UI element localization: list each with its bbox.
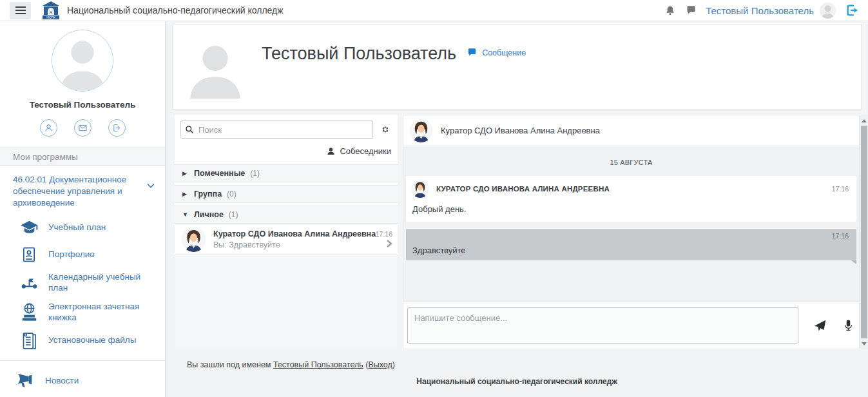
- header-avatar[interactable]: [820, 3, 836, 19]
- send-message-button[interactable]: [813, 318, 827, 333]
- message-text: Здравствуйте: [412, 246, 849, 255]
- chat-message-area: 15 АВГУСТА КУРАТОР СДО ИВАНОВА АЛИНА АНД…: [403, 146, 859, 302]
- contacts-column: Собеседники ▶ Помеченные (1) ▶ Группа (0…: [175, 115, 398, 349]
- sidebar-item-label: Установочные файлы: [48, 335, 136, 346]
- search-row: [175, 115, 398, 142]
- sidebar-item-news[interactable]: Новости: [0, 360, 165, 397]
- globe-books-icon: [19, 303, 39, 322]
- logout-icon[interactable]: [108, 119, 126, 137]
- conversation-meta: 17:16: [376, 230, 392, 248]
- sidebar: Тестовый Пользователь Мои программы 46.0…: [0, 21, 166, 397]
- conversation-list-item[interactable]: Куратор СДО Иванова Алина Андреевна Вы: …: [175, 224, 398, 255]
- search-input[interactable]: [198, 125, 369, 135]
- person-icon: [327, 147, 335, 155]
- header-logout-icon[interactable]: [845, 3, 860, 17]
- profile-icon[interactable]: [40, 119, 57, 137]
- group-count: (1): [250, 169, 260, 178]
- sidebar-item-label: Электронная зачетная книжка: [48, 302, 160, 324]
- milestones-icon: [19, 273, 39, 293]
- sidebar-avatar[interactable]: [52, 30, 113, 92]
- expand-arrow-icon: ▼: [182, 211, 189, 218]
- mail-icon[interactable]: [74, 119, 92, 137]
- microphone-icon: [844, 319, 853, 333]
- sidebar-item-portfolio[interactable]: Портфолио: [0, 241, 165, 268]
- contact-avatar: [181, 227, 206, 252]
- group-label: Помеченные: [194, 169, 245, 178]
- logged-in-user-link[interactable]: Тестовый Пользователь: [273, 360, 363, 369]
- megaphone-icon: [13, 369, 36, 392]
- outgoing-message: 17:16 Здравствуйте: [406, 229, 856, 260]
- chevron-down-icon: [147, 183, 155, 188]
- chat-partner-name: Куратор СДО Иванова Алина Андреевна: [441, 126, 600, 135]
- group-count: (0): [227, 189, 236, 198]
- group-label: Личное: [194, 210, 224, 219]
- header-user-name[interactable]: Тестовый Пользователь: [706, 5, 814, 16]
- scroll-up-arrow-icon[interactable]: [860, 116, 868, 125]
- incoming-message: КУРАТОР СДО ИВАНОВА АЛИНА АНДРЕЕВНА 17:1…: [406, 176, 856, 222]
- messages-bubble-icon[interactable]: [685, 5, 697, 16]
- sidebar-item-label: Новости: [45, 376, 79, 385]
- sidebar-item-calendar-plan[interactable]: Календарный учебный план: [0, 268, 165, 298]
- my-programs-heading: Мои программы: [0, 148, 165, 166]
- message-time: 17:16: [411, 232, 849, 240]
- footer-college-name: Национальный социально-педагогический ко…: [166, 377, 868, 386]
- sidebar-item-setup-files[interactable]: Установочные файлы: [0, 327, 165, 354]
- svg-text:А: А: [49, 10, 52, 15]
- app-window: А НСПК Национальный социально-педагогиче…: [0, 0, 868, 397]
- group-row-group[interactable]: ▶ Группа (0): [175, 185, 398, 203]
- sidebar-item-label: Портфолио: [48, 249, 95, 260]
- collapse-arrow-icon: ▶: [182, 191, 189, 197]
- sidebar-item-gradebook[interactable]: Электронная зачетная книжка: [0, 298, 165, 327]
- voice-message-button[interactable]: [841, 318, 855, 333]
- chat-input-row: [403, 302, 859, 349]
- profile-avatar: [186, 37, 245, 99]
- files-icon: [19, 331, 39, 351]
- scrollbar-thumb[interactable]: [861, 126, 867, 338]
- sidebar-item-label: Учебный план: [48, 222, 106, 233]
- chat-partner-avatar: [409, 119, 433, 142]
- login-prefix: Вы зашли под именем: [187, 360, 273, 369]
- hamburger-icon: [15, 6, 26, 14]
- settings-gear-icon[interactable]: [378, 122, 392, 137]
- conversation-time: 17:16: [376, 230, 392, 238]
- chat-column: Куратор СДО Иванова Алина Андреевна 15 А…: [403, 115, 860, 349]
- message-bubble-icon: [467, 48, 477, 57]
- notifications-bell-icon[interactable]: [664, 5, 676, 16]
- collapse-arrow-icon: ▶: [182, 170, 189, 177]
- send-message-link[interactable]: Сообщение: [467, 48, 526, 57]
- program-title[interactable]: 46.02.01 Документационное обеспечение уп…: [0, 166, 165, 214]
- sidebar-quick-icons: [0, 119, 165, 137]
- chat-scrollbar[interactable]: [860, 115, 868, 349]
- sender-avatar: [411, 180, 429, 198]
- logout-link[interactable]: Выход: [368, 360, 392, 369]
- chat-date-separator: 15 АВГУСТА: [406, 159, 856, 166]
- group-label: Группа: [194, 189, 222, 198]
- message-text: Добрый день.: [412, 204, 849, 214]
- contacts-toggle[interactable]: Собеседники: [175, 142, 398, 162]
- bracket-close: ): [392, 360, 395, 369]
- group-row-starred[interactable]: ▶ Помеченные (1): [175, 164, 398, 182]
- scroll-down-arrow-icon[interactable]: [860, 339, 868, 348]
- incoming-message-header: КУРАТОР СДО ИВАНОВА АЛИНА АНДРЕЕВНА 17:1…: [411, 180, 849, 198]
- graduation-cap-icon: [19, 218, 39, 237]
- contacts-empty-area: [175, 255, 398, 349]
- sidebar-item-curriculum[interactable]: Учебный план: [0, 214, 165, 241]
- group-count: (1): [229, 210, 238, 219]
- chat-header: Куратор СДО Иванова Алина Андреевна: [403, 115, 859, 146]
- message-input[interactable]: [407, 307, 798, 344]
- login-status-line: Вы зашли под именем Тестовый Пользовател…: [187, 360, 868, 369]
- college-logo: А НСПК: [41, 1, 61, 20]
- conversation-texts: Куратор СДО Иванова Алина Андреевна Вы: …: [213, 229, 376, 249]
- conversation-preview: Вы: Здравствуйте: [213, 240, 376, 249]
- sidebar-item-label: Календарный учебный план: [48, 272, 160, 294]
- search-box: [180, 121, 373, 139]
- search-icon: [185, 125, 194, 134]
- hamburger-menu-button[interactable]: [10, 2, 31, 19]
- contacts-toggle-label: Собеседники: [340, 146, 391, 156]
- message-time: 17:16: [832, 185, 849, 193]
- conversation-name: Куратор СДО Иванова Алина Андреевна: [213, 229, 376, 238]
- page-footer: Вы зашли под именем Тестовый Пользовател…: [166, 360, 868, 386]
- group-row-private[interactable]: ▼ Личное (1): [175, 206, 398, 224]
- sidebar-menu: Учебный план Портфолио Календарный учебн…: [0, 214, 165, 354]
- chevron-right-icon: [386, 239, 392, 248]
